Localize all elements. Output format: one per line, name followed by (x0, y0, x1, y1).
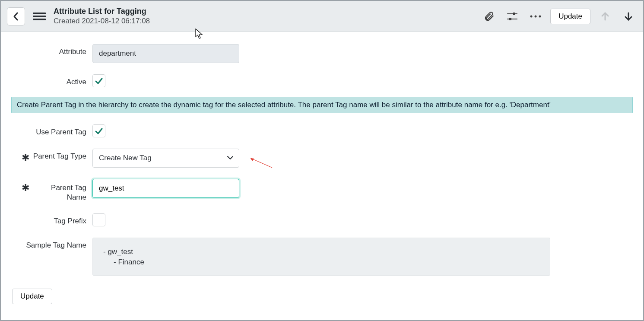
svg-point-9 (539, 15, 541, 17)
label-parent-tag-name: ✱ Parent TagName (11, 179, 92, 202)
parent-tag-type-value: Create New Tag (99, 154, 152, 162)
paperclip-icon (483, 11, 495, 22)
row-parent-tag-name: ✱ Parent TagName (11, 179, 633, 202)
arrow-down-icon (623, 11, 634, 22)
row-parent-tag-type: ✱ Parent Tag Type Create New Tag (11, 149, 633, 168)
menu-button[interactable] (33, 12, 46, 21)
label-tag-prefix: Tag Prefix (11, 213, 92, 226)
svg-rect-1 (33, 16, 46, 17)
more-actions-button[interactable] (527, 8, 544, 25)
dots-horizontal-icon (530, 15, 542, 18)
svg-marker-13 (251, 158, 254, 161)
chevron-down-icon (227, 154, 234, 162)
page-title: Attribute List for Tagging (54, 7, 150, 16)
use-parent-tag-checkbox[interactable] (92, 124, 105, 137)
info-banner: Create Parent Tag in the hierarchy to cr… (11, 97, 633, 113)
row-sample-tag-name: Sample Tag Name - gw_test - Finance (11, 238, 633, 276)
arrow-up-icon (600, 11, 610, 22)
row-tag-prefix: Tag Prefix (11, 213, 633, 226)
page-header: Attribute List for Tagging Created 2021-… (1, 1, 643, 32)
check-icon (95, 127, 103, 135)
attribute-value: department (99, 49, 136, 58)
footer-update-button[interactable]: Update (12, 289, 52, 304)
cursor-pointer-icon (195, 29, 203, 40)
active-checkbox[interactable] (92, 74, 105, 87)
menu-icon (33, 12, 46, 21)
svg-rect-0 (33, 13, 46, 14)
page-subtitle: Created 2021-08-12 06:17:08 (54, 17, 150, 25)
label-parent-tag-type-text: Parent Tag Type (33, 152, 86, 160)
label-sample-tag-name: Sample Tag Name (11, 238, 92, 250)
row-use-parent-tag: Use Parent Tag (11, 124, 633, 137)
label-attribute: Attribute (11, 44, 92, 56)
parent-tag-type-select[interactable]: Create New Tag (92, 149, 239, 168)
label-use-parent-tag: Use Parent Tag (11, 124, 92, 137)
settings-button[interactable] (504, 8, 521, 25)
svg-rect-2 (33, 19, 46, 20)
sample-tag-display: - gw_test - Finance (92, 238, 550, 276)
svg-point-7 (530, 15, 533, 17)
label-active: Active (11, 74, 92, 86)
parent-tag-name-input[interactable] (92, 179, 239, 198)
required-icon: ✱ (22, 183, 29, 193)
form-area: Attribute department Active Create Paren… (1, 32, 643, 313)
row-active: Active (11, 74, 633, 87)
svg-point-8 (535, 15, 537, 17)
row-attribute: Attribute department (11, 44, 633, 63)
sliders-icon (507, 11, 518, 22)
back-button[interactable] (7, 7, 25, 25)
sample-line-2: - Finance (102, 256, 541, 267)
check-icon (95, 76, 103, 85)
sample-line-1: - gw_test (102, 248, 541, 256)
prev-record-button (596, 8, 614, 25)
tag-prefix-checkbox[interactable] (92, 213, 105, 226)
header-update-button[interactable]: Update (550, 9, 590, 24)
chevron-left-icon (13, 12, 19, 21)
annotation-arrow-icon (247, 156, 273, 169)
label-parent-tag-type: ✱ Parent Tag Type (11, 149, 92, 161)
svg-rect-5 (513, 13, 515, 15)
attachments-button[interactable] (480, 8, 498, 25)
header-title-block: Attribute List for Tagging Created 2021-… (54, 7, 150, 25)
next-record-button[interactable] (620, 8, 637, 25)
attribute-field: department (92, 44, 239, 63)
svg-line-12 (251, 158, 272, 168)
svg-rect-6 (509, 18, 511, 20)
required-icon: ✱ (22, 153, 29, 162)
